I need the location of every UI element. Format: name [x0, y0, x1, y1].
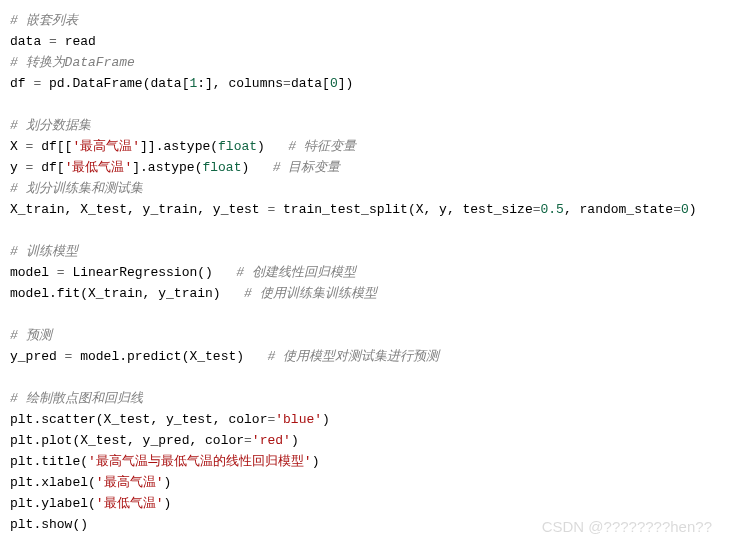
call: plt.title( [10, 454, 88, 469]
text: ) [163, 496, 171, 511]
code-line: # 嵌套列表 [10, 10, 732, 31]
text: :], columns [197, 76, 283, 91]
code-line: X = df[['最高气温']].astype(float) # 特征变量 [10, 136, 732, 157]
call: plt.show() [10, 517, 88, 532]
operator: = [26, 160, 42, 175]
operator: = [49, 34, 65, 49]
string: 'red' [252, 433, 291, 448]
comment: # 划分数据集 [10, 118, 91, 133]
operator: = [283, 76, 291, 91]
call: plt.scatter(X_test, y_test, color [10, 412, 267, 427]
variable: y_pred [10, 349, 65, 364]
call: LinearRegression() [72, 265, 236, 280]
code-line: plt.title('最高气温与最低气温的线性回归模型') [10, 451, 732, 472]
variable: df [10, 76, 33, 91]
code-line: # 训练模型 [10, 241, 732, 262]
code-line: X_train, X_test, y_train, y_test = train… [10, 199, 732, 220]
comment: # 转换为DataFrame [10, 55, 135, 70]
text: ]) [338, 76, 354, 91]
blank-line [10, 220, 732, 241]
code-line: plt.xlabel('最高气温') [10, 472, 732, 493]
text: ) [312, 454, 320, 469]
text: ) [257, 139, 288, 154]
text: ) [241, 160, 272, 175]
comment: # 特征变量 [288, 139, 356, 154]
operator: = [533, 202, 541, 217]
operator: = [57, 265, 73, 280]
text: , random_state [564, 202, 673, 217]
variable: model [10, 265, 57, 280]
operator: = [673, 202, 681, 217]
text: ) [689, 202, 697, 217]
comment: # 绘制散点图和回归线 [10, 391, 143, 406]
text: df[[ [41, 139, 72, 154]
call: train_test_split(X, y, test_size [283, 202, 533, 217]
call: plt.ylabel( [10, 496, 96, 511]
code-line: plt.plot(X_test, y_pred, color='red') [10, 430, 732, 451]
variable: X [10, 139, 26, 154]
variable: data [10, 34, 49, 49]
string: 'blue' [275, 412, 322, 427]
call: plt.xlabel( [10, 475, 96, 490]
text: df[ [41, 160, 64, 175]
operator: = [65, 349, 81, 364]
code-line: y_pred = model.predict(X_test) # 使用模型对测试… [10, 346, 732, 367]
blank-line [10, 94, 732, 115]
code-line: # 划分数据集 [10, 115, 732, 136]
code-line: plt.ylabel('最低气温') [10, 493, 732, 514]
identifier: read [65, 34, 96, 49]
text: ) [163, 475, 171, 490]
call: plt.plot(X_test, y_pred, color [10, 433, 244, 448]
blank-line [10, 304, 732, 325]
number: 0 [330, 76, 338, 91]
string: '最高气温' [96, 475, 164, 490]
operator: = [33, 76, 49, 91]
string: '最低气温' [65, 160, 133, 175]
comment: # 创建线性回归模型 [236, 265, 356, 280]
operator: = [26, 139, 42, 154]
call: pd.DataFrame(data[ [49, 76, 189, 91]
text: ) [322, 412, 330, 427]
comment: # 目标变量 [273, 160, 341, 175]
blank-line [10, 367, 732, 388]
code-line: plt.scatter(X_test, y_test, color='blue'… [10, 409, 732, 430]
comment: # 划分训练集和测试集 [10, 181, 143, 196]
code-line: plt.show() [10, 514, 732, 535]
variables: X_train, X_test, y_train, y_test [10, 202, 267, 217]
string: '最低气温' [96, 496, 164, 511]
comment: # 使用模型对测试集进行预测 [267, 349, 439, 364]
code-block: # 嵌套列表 data = read # 转换为DataFrame df = p… [10, 10, 732, 535]
string: '最高气温与最低气温的线性回归模型' [88, 454, 312, 469]
operator: = [267, 202, 283, 217]
text: ].astype( [132, 160, 202, 175]
builtin: float [202, 160, 241, 175]
text: ]].astype( [140, 139, 218, 154]
comment: # 训练模型 [10, 244, 78, 259]
comment: # 使用训练集训练模型 [244, 286, 377, 301]
text: data[ [291, 76, 330, 91]
text: ) [291, 433, 299, 448]
code-line: data = read [10, 31, 732, 52]
code-line: # 预测 [10, 325, 732, 346]
number: 0.5 [541, 202, 564, 217]
code-line: # 绘制散点图和回归线 [10, 388, 732, 409]
code-line: # 划分训练集和测试集 [10, 178, 732, 199]
code-line: df = pd.DataFrame(data[1:], columns=data… [10, 73, 732, 94]
comment: # 预测 [10, 328, 52, 343]
string: '最高气温' [72, 139, 140, 154]
builtin: float [218, 139, 257, 154]
call: model.fit(X_train, y_train) [10, 286, 244, 301]
code-line: model = LinearRegression() # 创建线性回归模型 [10, 262, 732, 283]
code-line: # 转换为DataFrame [10, 52, 732, 73]
comment: # 嵌套列表 [10, 13, 78, 28]
number: 0 [681, 202, 689, 217]
code-line: y = df['最低气温'].astype(float) # 目标变量 [10, 157, 732, 178]
variable: y [10, 160, 26, 175]
code-line: model.fit(X_train, y_train) # 使用训练集训练模型 [10, 283, 732, 304]
operator: = [244, 433, 252, 448]
call: model.predict(X_test) [80, 349, 267, 364]
